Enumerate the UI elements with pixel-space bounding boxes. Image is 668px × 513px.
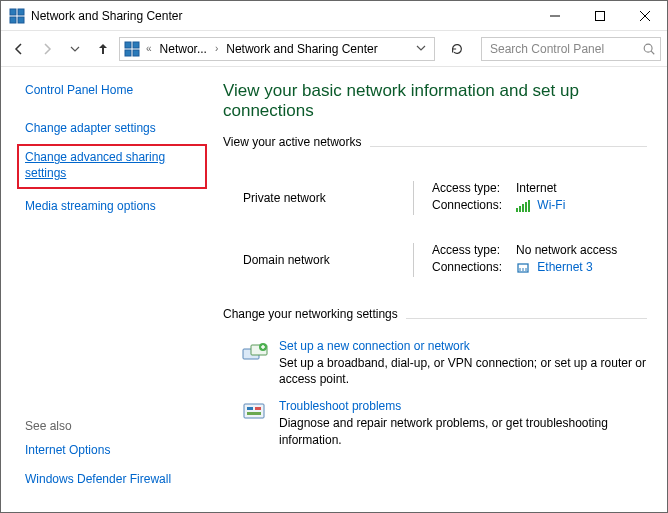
network-name: Domain network [243, 243, 413, 267]
svg-rect-18 [528, 200, 530, 212]
sidebar-home[interactable]: Control Panel Home [25, 83, 133, 97]
svg-rect-2 [10, 17, 16, 23]
see-also-firewall[interactable]: Windows Defender Firewall [25, 472, 171, 486]
access-type-label: Access type: [432, 243, 516, 257]
content: Control Panel Home Change adapter settin… [1, 67, 667, 512]
connection-link-wifi[interactable]: Wi-Fi [537, 198, 565, 212]
close-button[interactable] [622, 1, 667, 31]
svg-rect-28 [244, 404, 264, 418]
search-box[interactable] [481, 37, 661, 61]
sidebar: Control Panel Home Change adapter settin… [1, 67, 211, 512]
breadcrumb-icon [124, 41, 140, 57]
app-icon [9, 8, 25, 24]
svg-rect-9 [133, 42, 139, 48]
task-link-setup[interactable]: Set up a new connection or network [279, 339, 470, 353]
titlebar: Network and Sharing Center [1, 1, 667, 31]
wifi-icon [516, 200, 530, 212]
svg-rect-1 [18, 9, 24, 15]
svg-rect-17 [525, 202, 527, 212]
refresh-button[interactable] [443, 37, 471, 61]
svg-rect-0 [10, 9, 16, 15]
task-desc: Diagnose and repair network problems, or… [279, 415, 647, 447]
svg-rect-16 [522, 204, 524, 212]
network-row: Private network Access type: Internet Co… [243, 171, 647, 233]
network-row: Domain network Access type: No network a… [243, 233, 647, 295]
change-settings-label: Change your networking settings [223, 307, 398, 321]
chevron-icon[interactable]: « [144, 43, 154, 54]
sidebar-item-adapter-settings[interactable]: Change adapter settings [25, 121, 156, 135]
troubleshoot-icon [241, 399, 269, 423]
up-button[interactable] [91, 37, 115, 61]
access-type-label: Access type: [432, 181, 516, 195]
svg-rect-30 [255, 407, 261, 410]
connection-link-ethernet[interactable]: Ethernet 3 [537, 260, 592, 274]
task-setup-connection: Set up a new connection or network Set u… [241, 339, 647, 387]
svg-rect-8 [125, 42, 131, 48]
chevron-right-icon[interactable]: › [213, 43, 220, 54]
svg-rect-10 [125, 50, 131, 56]
networks-list: Private network Access type: Internet Co… [223, 167, 647, 295]
toolbar: « Networ... › Network and Sharing Center [1, 31, 667, 67]
minimize-button[interactable] [532, 1, 577, 31]
svg-rect-14 [516, 208, 518, 212]
task-desc: Set up a broadband, dial-up, or VPN conn… [279, 355, 647, 387]
svg-rect-29 [247, 407, 253, 410]
access-type-value: No network access [516, 243, 617, 257]
breadcrumb[interactable]: « Networ... › Network and Sharing Center [119, 37, 435, 61]
main-panel: View your basic network information and … [211, 67, 667, 512]
connections-label: Connections: [432, 198, 516, 212]
breadcrumb-dropdown[interactable] [410, 42, 432, 56]
svg-rect-3 [18, 17, 24, 23]
sidebar-item-advanced-sharing[interactable]: Change advanced sharing settings [25, 150, 165, 180]
ethernet-icon [516, 262, 530, 274]
task-troubleshoot: Troubleshoot problems Diagnose and repai… [241, 399, 647, 447]
connections-label: Connections: [432, 260, 516, 274]
back-button[interactable] [7, 37, 31, 61]
sidebar-item-media-streaming[interactable]: Media streaming options [25, 199, 156, 213]
maximize-button[interactable] [577, 1, 622, 31]
svg-rect-31 [247, 412, 261, 415]
breadcrumb-seg-parent[interactable]: Networ... [156, 42, 211, 56]
see-also-label: See also [25, 419, 199, 433]
svg-rect-5 [595, 11, 604, 20]
breadcrumb-seg-current[interactable]: Network and Sharing Center [222, 42, 381, 56]
access-type-value: Internet [516, 181, 557, 195]
recent-dropdown[interactable] [63, 37, 87, 61]
svg-rect-11 [133, 50, 139, 56]
search-icon[interactable] [642, 42, 656, 56]
setup-connection-icon [241, 339, 269, 363]
svg-point-12 [644, 44, 652, 52]
divider [413, 243, 414, 277]
svg-rect-15 [519, 206, 521, 212]
svg-line-13 [651, 51, 654, 54]
window-title: Network and Sharing Center [31, 9, 182, 23]
page-title: View your basic network information and … [223, 81, 647, 121]
divider [406, 318, 647, 319]
see-also-section: See also Internet Options Windows Defend… [25, 419, 199, 502]
highlight-annotation: Change advanced sharing settings [17, 144, 207, 189]
see-also-internet-options[interactable]: Internet Options [25, 443, 110, 457]
divider [413, 181, 414, 215]
task-link-troubleshoot[interactable]: Troubleshoot problems [279, 399, 401, 413]
forward-button[interactable] [35, 37, 59, 61]
active-networks-label: View your active networks [223, 135, 362, 149]
network-name: Private network [243, 181, 413, 205]
search-input[interactable] [488, 41, 642, 57]
divider [370, 146, 647, 147]
